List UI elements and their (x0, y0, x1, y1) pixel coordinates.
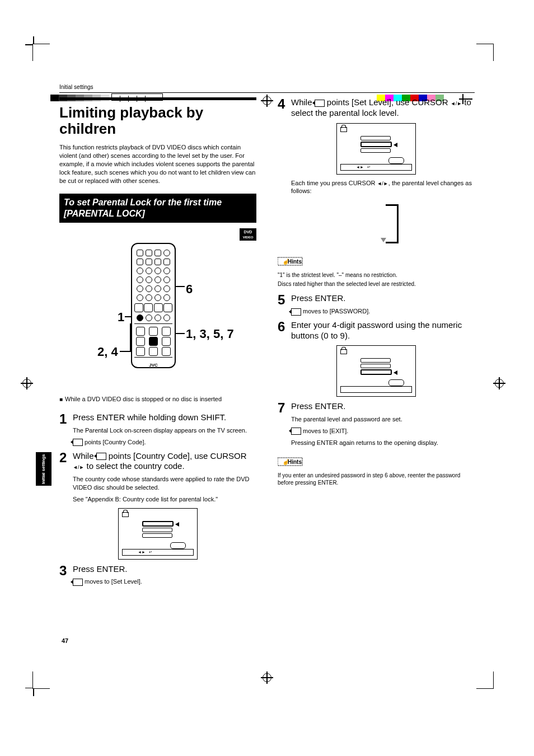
page: Initial settings Limiting playback by ch… (0, 0, 534, 756)
step-7-sub1: The parental level and password are set. (291, 415, 475, 424)
hints-badge: ☝Hints (278, 256, 303, 269)
step-3-text: Press ENTER. (73, 564, 128, 574)
intro-text: This function restricts playback of DVD … (59, 143, 256, 185)
step-5-text: Press ENTER. (291, 293, 346, 303)
step-7-sub2: moves to [EXIT]. (291, 427, 475, 435)
callout-1: 1 (118, 310, 124, 325)
crop-mark (32, 44, 50, 61)
osd-screen-password (336, 345, 416, 397)
step-number-2: 2 (59, 451, 73, 464)
side-tab: Initial settings (36, 452, 51, 486)
remote-logo: JVC (132, 363, 175, 368)
registration-mark-right (495, 378, 504, 388)
cursor-icon (291, 308, 301, 316)
page-title: Limiting playback by children (59, 105, 256, 137)
header-rule (59, 92, 475, 93)
crop-mark (476, 672, 494, 689)
osd-screen-country: ◄► ↵ (118, 508, 198, 560)
lock-icon (122, 511, 129, 516)
registration-mark-bottom (263, 672, 271, 683)
hint-1-line2: Discs rated higher than the selected lev… (278, 280, 475, 288)
step-4-sub1: Each time you press CURSOR ◄/►, the pare… (291, 179, 475, 196)
svg-text:Hints: Hints (288, 259, 302, 265)
crop-mark (32, 672, 50, 689)
step-number-7: 7 (278, 401, 291, 415)
step-number-5: 5 (278, 293, 291, 307)
crop-mark (476, 44, 494, 61)
cursor-icon (291, 428, 301, 435)
step-1-text: Press ENTER while holding down SHIFT. (73, 412, 226, 422)
step-2-sub1: The country code whose standards were ap… (73, 475, 256, 492)
lock-icon (340, 126, 347, 132)
step-1-sub1: The Parental Lock on-screen display appe… (73, 426, 256, 435)
step-number-6: 6 (278, 320, 291, 334)
cursor-icon (73, 579, 83, 586)
step-2-sub2: See "Appendix B: Country code list for p… (73, 495, 256, 504)
step-number-4: 4 (278, 97, 291, 111)
step-5-sub1: moves to [PASSWORD]. (291, 307, 475, 316)
section-heading: To set Parental Lock for the first time … (59, 194, 256, 223)
right-column: 4 While points [Set Level], use CURSOR ◄… (278, 97, 475, 590)
cursor-icon (96, 453, 106, 460)
level-cycle-diagram (343, 200, 410, 245)
step-1-sub2: points [Country Code]. (73, 438, 256, 447)
dvd-video-badge: DVDVIDEO (240, 228, 256, 243)
hint-1-line1: "1" is the strictest level. "–" means no… (278, 271, 475, 279)
osd-screen-level: ◄► ↵ (336, 123, 416, 175)
left-column: Limiting playback by children This funct… (59, 97, 256, 590)
cursor-icon (315, 100, 325, 107)
cursor-icon (73, 439, 83, 446)
step-7-sub3: Pressing ENTER again returns to the open… (291, 439, 475, 447)
svg-text:VIDEO: VIDEO (243, 236, 254, 239)
breadcrumb: Initial settings (59, 84, 475, 90)
remote-control-illustration: JVC (131, 243, 176, 368)
step-number-3: 3 (59, 564, 73, 577)
step-3-sub1: moves to [Set Level]. (73, 577, 256, 586)
svg-text:Hints: Hints (288, 459, 302, 465)
hints-badge: ☝Hints (278, 456, 303, 469)
step-number-1: 1 (59, 412, 73, 426)
lock-icon (340, 348, 347, 354)
callout-6: 6 (186, 282, 193, 297)
callout-24: 2, 4 (97, 345, 118, 359)
step-2-text: While points [Country Code], use CURSOR … (73, 451, 247, 471)
svg-text:DVD: DVD (244, 230, 252, 234)
page-number: 47 (62, 637, 68, 644)
remote-figure: JVC 6 1 1, 3, 5, 7 2, 4 (59, 243, 256, 388)
step-7-text: Press ENTER. (291, 401, 346, 411)
step-4-text: While points [Set Level], use CURSOR ◄/►… (291, 97, 471, 118)
hint-2: If you enter an undesired password in st… (278, 472, 475, 487)
title-rule (59, 97, 256, 100)
callout-1357: 1, 3, 5, 7 (186, 327, 234, 341)
pre-step-text: ■While a DVD VIDEO disc is stopped or no… (59, 395, 256, 403)
registration-mark-left (22, 378, 31, 388)
step-6-text: Enter your 4-digit password using the nu… (291, 320, 462, 340)
print-marks-top (0, 42, 534, 64)
